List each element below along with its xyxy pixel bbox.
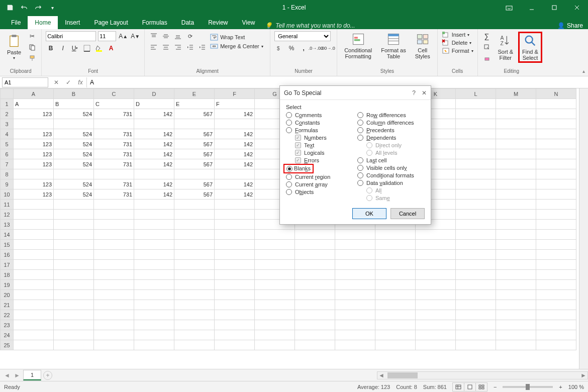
cell[interactable] (174, 320, 215, 330)
cell[interactable] (295, 250, 335, 260)
row-header[interactable]: 13 (1, 220, 14, 230)
cell[interactable] (456, 250, 496, 260)
cell[interactable] (536, 330, 576, 340)
cell[interactable]: 142 (134, 139, 174, 149)
cell[interactable] (174, 330, 215, 340)
cell[interactable] (215, 320, 255, 330)
cell[interactable] (456, 200, 496, 210)
cell[interactable] (14, 310, 54, 320)
cell[interactable] (456, 280, 496, 290)
select-all-corner[interactable] (1, 89, 14, 99)
view-buttons[interactable] (453, 382, 487, 391)
font-size-input[interactable] (98, 31, 116, 41)
cell[interactable] (456, 119, 496, 129)
cut-icon[interactable]: ✂ (27, 31, 37, 41)
cell[interactable] (536, 169, 576, 179)
cell[interactable] (14, 300, 54, 310)
cell[interactable] (496, 320, 536, 330)
cell[interactable] (54, 300, 94, 310)
column-header[interactable]: C (94, 89, 134, 99)
cell[interactable] (54, 260, 94, 270)
align-bottom-icon[interactable] (173, 31, 183, 41)
sort-filter-button[interactable]: AZSort & Filter (495, 33, 517, 62)
cell[interactable] (215, 270, 255, 280)
cell[interactable] (496, 290, 536, 300)
cell[interactable] (14, 210, 54, 220)
cell[interactable] (456, 240, 496, 250)
cell[interactable] (496, 99, 536, 109)
cell[interactable]: 142 (215, 189, 255, 200)
cell[interactable] (295, 260, 335, 270)
cell[interactable] (94, 270, 134, 280)
percent-format-icon[interactable]: % (286, 43, 297, 53)
cell[interactable] (456, 310, 496, 320)
cell[interactable]: 567 (174, 149, 215, 159)
cell[interactable]: 142 (134, 129, 174, 139)
cell[interactable] (335, 330, 375, 340)
tab-file[interactable]: File (4, 16, 28, 29)
tab-view[interactable]: View (235, 16, 262, 29)
column-header[interactable]: M (496, 89, 536, 99)
cell[interactable] (335, 250, 375, 260)
copy-icon[interactable] (27, 42, 37, 52)
cell[interactable] (134, 300, 174, 310)
cell[interactable]: 142 (215, 149, 255, 159)
cell[interactable] (14, 119, 54, 129)
cell[interactable] (536, 149, 576, 159)
cell[interactable] (255, 290, 295, 300)
cell[interactable] (134, 240, 174, 250)
option-comments[interactable]: Comments (286, 112, 353, 118)
cell[interactable] (215, 300, 255, 310)
redo-icon[interactable] (32, 2, 44, 14)
cell[interactable] (536, 310, 576, 320)
cell[interactable] (14, 230, 54, 240)
cell[interactable] (134, 330, 174, 340)
new-sheet-button[interactable]: + (43, 371, 52, 380)
sheet-nav-prev-icon[interactable]: ◄ (3, 371, 11, 380)
cell[interactable] (496, 230, 536, 240)
cell[interactable] (456, 260, 496, 270)
cell[interactable] (54, 169, 94, 179)
cell[interactable] (295, 340, 335, 350)
cell[interactable] (54, 250, 94, 260)
cell[interactable] (456, 320, 496, 330)
fill-color-icon[interactable] (94, 43, 104, 53)
cell[interactable] (456, 270, 496, 280)
align-middle-icon[interactable] (161, 31, 171, 41)
option-objects[interactable]: Objects (286, 189, 353, 195)
cell[interactable]: 123 (14, 189, 54, 200)
cell[interactable] (536, 139, 576, 149)
cell[interactable] (255, 250, 295, 260)
row-header[interactable]: 9 (1, 179, 14, 189)
cell[interactable] (215, 230, 255, 240)
tab-formulas[interactable]: Formulas (135, 16, 174, 29)
cell[interactable]: F (215, 99, 255, 109)
align-top-icon[interactable] (149, 31, 159, 41)
format-painter-icon[interactable] (27, 53, 37, 63)
cell[interactable] (335, 320, 375, 330)
cell[interactable] (295, 280, 335, 290)
cell[interactable] (496, 330, 536, 340)
cell[interactable]: 524 (54, 149, 94, 159)
option-last-cell[interactable]: Last cell (357, 157, 425, 163)
cell[interactable] (255, 260, 295, 270)
borders-icon[interactable] (82, 43, 92, 53)
cell[interactable] (14, 240, 54, 250)
find-select-button[interactable]: Find & Select (519, 33, 541, 62)
cell[interactable] (134, 230, 174, 240)
align-left-icon[interactable] (149, 42, 159, 52)
cell[interactable] (94, 260, 134, 270)
format-cells-button[interactable]: Format▾ (442, 47, 473, 54)
cell[interactable] (335, 280, 375, 290)
cell[interactable] (456, 129, 496, 139)
cell[interactable] (295, 330, 335, 340)
cell[interactable]: 524 (54, 189, 94, 200)
cell[interactable] (14, 340, 54, 350)
cell[interactable] (456, 230, 496, 240)
cell[interactable] (14, 330, 54, 340)
cell[interactable] (14, 270, 54, 280)
cell[interactable] (215, 220, 255, 230)
cell[interactable] (295, 310, 335, 320)
cell[interactable]: 567 (174, 159, 215, 169)
cell[interactable] (496, 169, 536, 179)
